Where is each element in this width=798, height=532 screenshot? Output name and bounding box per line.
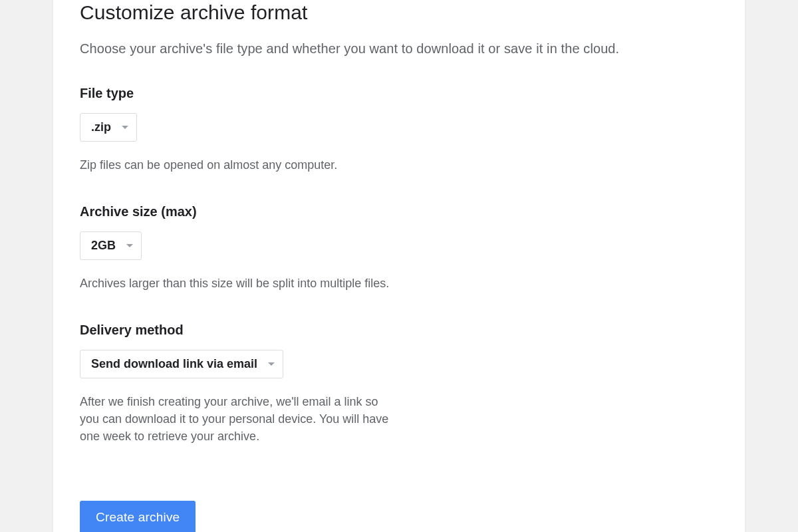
archive-size-section: Archive size (max) 2GB Archives larger t…	[80, 204, 392, 292]
chevron-down-icon	[122, 126, 128, 129]
file-type-value: .zip	[91, 120, 111, 134]
archive-size-heading: Archive size (max)	[80, 204, 392, 219]
delivery-heading: Delivery method	[80, 323, 392, 338]
chevron-down-icon	[126, 244, 133, 247]
chevron-down-icon	[268, 362, 275, 366]
archive-size-value: 2GB	[91, 239, 116, 253]
file-type-helper: Zip files can be opened on almost any co…	[80, 156, 392, 174]
delivery-dropdown[interactable]: Send download link via email	[80, 350, 283, 378]
file-type-heading: File type	[80, 86, 392, 101]
archive-size-dropdown[interactable]: 2GB	[80, 231, 142, 260]
file-type-section: File type .zip Zip files can be opened o…	[80, 86, 392, 174]
page-title: Customize archive format	[80, 0, 718, 24]
archive-format-card: Customize archive format Choose your arc…	[53, 0, 745, 532]
delivery-helper: After we finish creating your archive, w…	[80, 393, 392, 445]
file-type-dropdown[interactable]: .zip	[80, 113, 137, 142]
delivery-value: Send download link via email	[91, 357, 257, 371]
delivery-section: Delivery method Send download link via e…	[80, 323, 392, 445]
create-archive-button[interactable]: Create archive	[80, 501, 196, 532]
page-subtitle: Choose your archive's file type and whet…	[80, 41, 718, 57]
archive-size-helper: Archives larger than this size will be s…	[80, 275, 392, 292]
